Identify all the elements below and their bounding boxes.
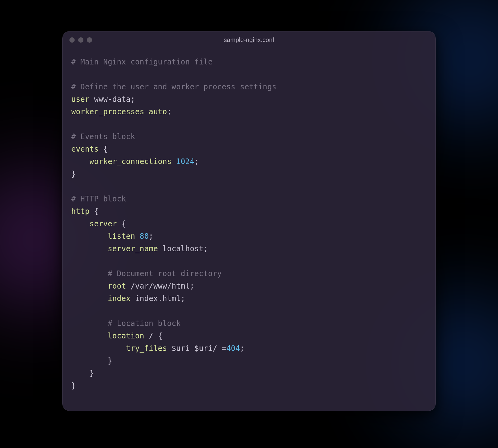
code-token-var: $uri/ [195, 344, 217, 353]
code-line: # Location block [71, 317, 427, 330]
code-token-brace: { [94, 207, 99, 216]
code-token-value: localhost [162, 244, 204, 253]
code-token-punc: ; [167, 107, 172, 116]
code-token-comment: # Define the user and worker process set… [71, 83, 276, 91]
code-token-comment: # Location block [108, 319, 181, 328]
code-line: server { [71, 218, 427, 230]
code-token-directive: http [71, 207, 90, 216]
code-line: listen 80; [71, 230, 427, 243]
code-token-comment: # Events block [71, 132, 135, 141]
code-token-punc: ; [204, 244, 208, 253]
code-line: user www-data; [71, 93, 427, 106]
code-token-punc [71, 269, 108, 278]
code-token-punc [71, 219, 90, 228]
code-token-punc [217, 344, 222, 353]
code-token-directive: user [71, 95, 90, 104]
code-line: # Define the user and worker process set… [71, 81, 427, 93]
code-token-number: 80 [140, 232, 149, 241]
code-token-directive: worker_connections [90, 157, 172, 166]
code-line: events { [71, 143, 427, 155]
code-content[interactable]: # Main Nginx configuration file # Define… [63, 48, 435, 411]
code-token-punc [126, 282, 131, 290]
code-token-punc [71, 369, 90, 378]
code-line [71, 255, 427, 267]
code-token-punc [71, 294, 108, 303]
code-line: http { [71, 205, 427, 218]
code-token-punc: ; [240, 344, 245, 353]
code-token-punc: ; [130, 95, 135, 104]
code-token-value: = [222, 344, 226, 353]
code-token-directive: index [108, 294, 130, 303]
code-token-punc [144, 332, 149, 340]
code-token-punc [71, 157, 90, 166]
code-line: } [71, 168, 427, 180]
code-token-punc [130, 294, 135, 303]
code-token-punc [90, 207, 94, 216]
close-button[interactable] [69, 37, 75, 43]
window-titlebar: sample-nginx.conf [63, 31, 435, 48]
code-token-punc [190, 344, 195, 353]
code-line: worker_processes auto; [71, 106, 427, 118]
code-token-directive: root [108, 282, 126, 290]
traffic-lights [69, 37, 92, 43]
code-token-brace: } [71, 170, 76, 178]
code-token-punc: ; [195, 157, 199, 166]
code-token-punc [71, 344, 126, 353]
code-line: server_name localhost; [71, 243, 427, 255]
code-token-punc: ; [181, 294, 186, 303]
code-token-punc [153, 332, 158, 340]
code-token-number: 404 [226, 344, 240, 353]
code-token-comment: # HTTP block [71, 195, 126, 203]
code-token-directive: server [90, 219, 117, 228]
code-token-var: $uri [171, 344, 190, 353]
code-token-punc [71, 319, 108, 328]
code-token-punc [144, 107, 149, 116]
code-token-punc [71, 332, 108, 340]
code-line: } [71, 367, 427, 380]
code-line: # Events block [71, 130, 427, 143]
code-line: # Document root directory [71, 267, 427, 280]
code-line [71, 180, 427, 193]
code-line: } [71, 355, 427, 367]
code-line [71, 68, 427, 81]
code-token-punc [135, 232, 140, 241]
code-token-punc [171, 157, 176, 166]
code-token-directive: listen [108, 232, 135, 241]
code-token-brace: { [103, 145, 108, 153]
code-token-value: www-data [94, 95, 130, 104]
code-token-brace: } [108, 356, 112, 365]
code-token-punc: ; [149, 232, 153, 241]
minimize-button[interactable] [78, 37, 83, 43]
code-token-directive: try_files [126, 344, 167, 353]
code-token-punc [71, 244, 108, 253]
code-line: root /var/www/html; [71, 280, 427, 292]
code-line: # Main Nginx configuration file [71, 56, 427, 68]
window-title: sample-nginx.conf [63, 36, 435, 44]
code-token-punc [71, 232, 108, 241]
code-token-brace: { [158, 332, 162, 340]
code-token-comment: # Document root directory [108, 269, 222, 278]
code-token-punc: ; [190, 282, 195, 290]
code-token-punc [158, 244, 162, 253]
code-line: worker_connections 1024; [71, 155, 427, 168]
code-token-punc [90, 95, 94, 104]
code-token-number: 1024 [176, 157, 195, 166]
code-token-directive: worker_processes [71, 107, 144, 116]
code-token-comment: # Main Nginx configuration file [71, 58, 213, 66]
zoom-button[interactable] [87, 37, 92, 43]
code-token-directive: events [71, 145, 99, 153]
code-token-punc [71, 356, 108, 365]
code-token-punc [99, 145, 103, 153]
code-token-value: /var/www/html [130, 282, 190, 290]
code-token-value: / [149, 332, 153, 340]
code-line: } [71, 380, 427, 392]
code-token-brace: } [90, 369, 94, 378]
code-line [71, 305, 427, 317]
code-token-directive: auto [149, 107, 167, 116]
code-token-punc [71, 282, 108, 290]
code-token-punc [117, 219, 122, 228]
code-token-directive: server_name [108, 244, 158, 253]
code-token-directive: location [108, 332, 144, 340]
code-line: # HTTP block [71, 193, 427, 205]
code-line [71, 118, 427, 130]
